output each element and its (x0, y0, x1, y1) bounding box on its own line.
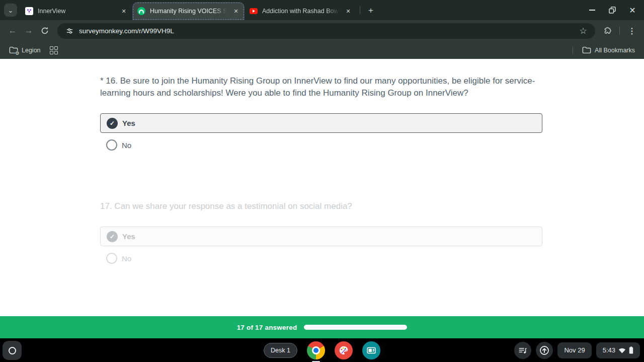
bookmark-label: Legion (22, 47, 41, 54)
wifi-icon (618, 347, 626, 353)
palette-icon (338, 345, 349, 356)
restore-icon (609, 7, 616, 14)
survey-progress-banner: 17 of 17 answered (0, 316, 644, 338)
screencast-app-icon[interactable] (362, 341, 380, 359)
tab-close-icon[interactable]: ✕ (344, 7, 353, 16)
battery-icon (629, 346, 633, 354)
option-label: Yes (122, 119, 135, 127)
toolbar-divider (619, 27, 620, 35)
tab-youtube[interactable]: Addiction with Rashad Bowtie ✕ (245, 2, 357, 20)
launcher-icon (9, 347, 16, 354)
reload-button[interactable] (37, 23, 52, 38)
tab-close-icon[interactable]: ✕ (231, 7, 240, 16)
option-label: No (122, 254, 131, 263)
canvas-app-icon[interactable] (335, 341, 353, 359)
desk-button[interactable]: Desk 1 (264, 343, 297, 358)
date-button[interactable]: Nov 29 (557, 342, 591, 358)
desk-label: Desk 1 (271, 347, 290, 354)
status-tray-button[interactable]: 5:43 (596, 342, 640, 358)
survey-page: * 16. Be sure to join the Humanity Risin… (0, 59, 644, 316)
option-label: Yes (122, 232, 135, 241)
launcher-button[interactable] (3, 341, 22, 360)
tab-divider (360, 6, 360, 14)
radio-checked-icon: ✓ (107, 231, 118, 242)
tab-title: InnerView (38, 8, 116, 15)
question-17-option-yes[interactable]: ✓ Yes (100, 227, 542, 246)
tab-close-icon[interactable]: ✕ (119, 7, 128, 16)
url-text[interactable]: surveymonkey.com/r/W99VH9L (79, 27, 577, 35)
restore-button[interactable] (606, 4, 619, 17)
browser-menu-button[interactable]: ⋮ (625, 24, 639, 38)
bookmark-star-button[interactable]: ☆ (577, 25, 589, 37)
apps-shortcut-icon[interactable] (50, 46, 58, 54)
managed-folder-icon: ⚙ (9, 46, 18, 54)
question-17-block: 17. Can we share your response as a test… (100, 200, 543, 264)
progress-bar-fill (304, 325, 407, 330)
radio-unchecked-icon (106, 253, 117, 264)
all-bookmarks-button[interactable]: All Bookmarks (579, 44, 638, 56)
media-controls-button[interactable] (514, 342, 531, 359)
minimize-icon (589, 10, 595, 11)
browser-toolbar: ← → surveymonkey.com/r/W99VH9L ☆ ⋮ (0, 20, 644, 41)
reload-icon (41, 27, 49, 35)
option-label: No (122, 141, 131, 150)
back-button[interactable]: ← (5, 23, 20, 38)
forward-button[interactable]: → (21, 23, 36, 38)
bookmarks-bar: ⚙ Legion All Bookmarks (0, 41, 644, 59)
tab-title: Addiction with Rashad Bowtie (262, 8, 341, 15)
chrome-app-icon[interactable] (307, 341, 325, 359)
radio-unchecked-icon (106, 139, 117, 151)
time-label: 5:43 (603, 346, 615, 354)
tab-innerview[interactable]: InnerView ✕ (20, 2, 132, 20)
tab-strip: ⌄ InnerView ✕ Humanity Rising VOICES Sur… (0, 0, 644, 20)
new-tab-button[interactable]: + (364, 4, 377, 17)
question-16-option-yes[interactable]: ✓ Yes (100, 113, 542, 133)
question-17-text: 17. Can we share your response as a test… (100, 200, 543, 212)
question-17-option-no[interactable]: No (100, 253, 543, 264)
folder-icon (582, 46, 591, 54)
radio-checked-icon: ✓ (107, 118, 118, 129)
all-bookmarks-label: All Bookmarks (595, 47, 635, 54)
bookmarks-divider (573, 46, 573, 54)
date-label: Nov 29 (564, 346, 585, 354)
puzzle-icon (603, 26, 612, 35)
question-16-option-no[interactable]: No (100, 139, 543, 151)
site-info-icon[interactable] (64, 25, 75, 36)
youtube-favicon-icon (250, 8, 258, 14)
address-bar[interactable]: surveymonkey.com/r/W99VH9L ☆ (57, 23, 595, 39)
minimize-button[interactable] (586, 4, 599, 17)
bookmark-folder-legion[interactable]: ⚙ Legion (6, 44, 44, 56)
close-window-button[interactable]: ✕ (626, 4, 639, 17)
innerview-favicon-icon (25, 7, 33, 15)
toolbar-right: ⋮ (600, 24, 639, 38)
window-controls: ✕ (586, 0, 639, 20)
tab-survey-active[interactable]: Humanity Rising VOICES Survey ✕ (132, 2, 245, 20)
progress-label: 17 of 17 answered (237, 324, 297, 331)
chromeos-shelf: Desk 1 (0, 338, 644, 362)
chevron-down-icon: ⌄ (8, 7, 14, 14)
tab-title: Humanity Rising VOICES Survey (150, 8, 228, 15)
progress-bar (304, 325, 407, 330)
arrow-up-circle-icon (539, 345, 549, 355)
extensions-button[interactable] (600, 24, 614, 38)
surveymonkey-favicon-icon (137, 7, 145, 15)
update-available-button[interactable] (536, 342, 553, 359)
screencast-icon (366, 345, 377, 356)
gear-icon: ⚙ (15, 51, 20, 56)
question-16-text: * 16. Be sure to join the Humanity Risin… (100, 75, 543, 99)
playlist-music-icon (518, 346, 527, 355)
chromeos-screen: ⌄ InnerView ✕ Humanity Rising VOICES Sur… (0, 0, 644, 362)
tab-search-button[interactable]: ⌄ (4, 4, 17, 17)
